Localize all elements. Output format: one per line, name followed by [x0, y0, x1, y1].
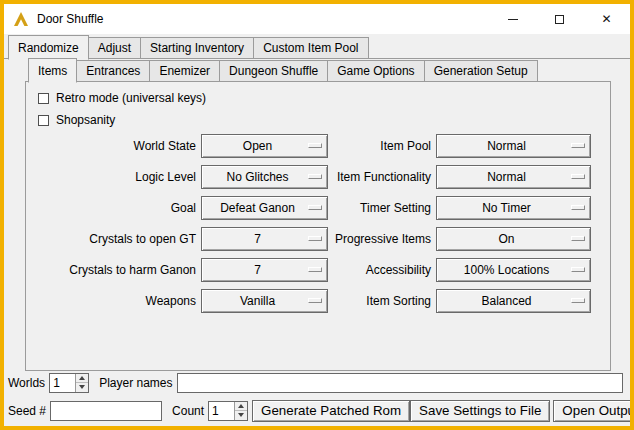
worlds-spin-buttons	[75, 374, 88, 392]
arrow-up-icon	[79, 376, 85, 380]
crystals-open-gt-dropdown[interactable]: 7	[201, 227, 328, 251]
crystals-open-gt-label: Crystals to open GT	[30, 232, 196, 246]
progressive-items-label: Progressive Items	[333, 232, 431, 246]
tab-starting-inventory[interactable]: Starting Inventory	[140, 37, 254, 59]
dropdown-indicator-icon	[571, 205, 585, 210]
timer-setting-value: No Timer	[482, 201, 531, 215]
seed-input[interactable]	[50, 401, 162, 421]
settings-tabbar: Items Entrances Enemizer Dungeon Shuffle…	[25, 61, 611, 82]
minimize-button[interactable]	[489, 4, 536, 34]
retro-mode-label: Retro mode (universal keys)	[56, 91, 206, 105]
count-spinner[interactable]: 1	[208, 401, 248, 421]
dropdown-indicator-icon	[308, 267, 322, 272]
logic-level-label: Logic Level	[30, 170, 196, 184]
dropdown-indicator-icon	[308, 236, 322, 241]
maximize-icon	[555, 15, 564, 24]
tab-items[interactable]: Items	[28, 58, 77, 83]
save-settings-button[interactable]: Save Settings to File	[410, 400, 550, 422]
tab-adjust[interactable]: Adjust	[88, 37, 141, 59]
item-functionality-label: Item Functionality	[333, 170, 431, 184]
timer-setting-dropdown[interactable]: No Timer	[436, 196, 591, 220]
accessibility-value: 100% Locations	[464, 263, 549, 277]
window-title: Door Shuffle	[37, 12, 104, 26]
tab-enemizer[interactable]: Enemizer	[149, 60, 220, 82]
progressive-items-dropdown[interactable]: On	[436, 227, 591, 251]
item-sorting-label: Item Sorting	[333, 294, 431, 308]
item-pool-label: Item Pool	[333, 139, 431, 153]
tab-custom-item-pool[interactable]: Custom Item Pool	[253, 37, 368, 59]
maximize-button[interactable]	[536, 4, 583, 34]
accessibility-dropdown[interactable]: 100% Locations	[436, 258, 591, 282]
item-pool-value: Normal	[487, 139, 526, 153]
goal-value: Defeat Ganon	[220, 201, 295, 215]
dropdown-indicator-icon	[571, 143, 585, 148]
item-sorting-dropdown[interactable]: Balanced	[436, 289, 591, 313]
tab-randomize[interactable]: Randomize	[8, 35, 89, 60]
count-value: 1	[209, 402, 234, 420]
titlebar: Door Shuffle ✕	[4, 4, 630, 34]
weapons-label: Weapons	[30, 294, 196, 308]
count-spin-down-button[interactable]	[235, 411, 247, 420]
arrow-down-icon	[79, 385, 85, 389]
close-icon: ✕	[601, 13, 611, 25]
arrow-up-icon	[238, 404, 244, 408]
retro-mode-row: Retro mode (universal keys)	[38, 89, 610, 107]
dropdown-indicator-icon	[571, 298, 585, 303]
generate-patched-rom-button[interactable]: Generate Patched Rom	[252, 400, 410, 422]
tab-generation-setup[interactable]: Generation Setup	[424, 60, 538, 82]
item-functionality-dropdown[interactable]: Normal	[436, 165, 591, 189]
shopsanity-label: Shopsanity	[56, 113, 115, 127]
weapons-dropdown[interactable]: Vanilla	[201, 289, 328, 313]
world-state-value: Open	[243, 139, 272, 153]
options-grid: World State Open Item Pool Normal Logic …	[30, 134, 610, 313]
shopsanity-checkbox[interactable]	[38, 115, 49, 126]
app-icon	[13, 11, 29, 27]
count-label: Count	[172, 404, 204, 418]
dropdown-indicator-icon	[308, 174, 322, 179]
shopsanity-row: Shopsanity	[38, 111, 610, 129]
worlds-row: Worlds 1 Player names	[8, 372, 623, 393]
item-pool-dropdown[interactable]: Normal	[436, 134, 591, 158]
item-sorting-value: Balanced	[481, 294, 531, 308]
open-output-directory-button[interactable]: Open Output Directory	[553, 400, 634, 422]
player-names-label: Player names	[99, 376, 172, 390]
logic-level-value: No Glitches	[226, 170, 288, 184]
randomize-panel: Items Entrances Enemizer Dungeon Shuffle…	[4, 58, 630, 426]
window-content: Randomize Adjust Starting Inventory Cust…	[4, 34, 630, 426]
goal-dropdown[interactable]: Defeat Ganon	[201, 196, 328, 220]
player-names-input[interactable]	[177, 373, 624, 393]
world-state-dropdown[interactable]: Open	[201, 134, 328, 158]
worlds-spin-down-button[interactable]	[76, 383, 88, 392]
dropdown-indicator-icon	[571, 267, 585, 272]
retro-mode-checkbox[interactable]	[38, 93, 49, 104]
dropdown-indicator-icon	[308, 298, 322, 303]
count-spin-up-button[interactable]	[235, 402, 247, 412]
weapons-value: Vanilla	[240, 294, 275, 308]
seed-row: Seed # Count 1 Generate Patched Rom Save…	[8, 399, 623, 422]
dropdown-indicator-icon	[308, 143, 322, 148]
dropdown-indicator-icon	[571, 174, 585, 179]
main-tabbar: Randomize Adjust Starting Inventory Cust…	[4, 36, 630, 59]
crystals-harm-ganon-value: 7	[254, 263, 261, 277]
dropdown-indicator-icon	[308, 205, 322, 210]
tab-dungeon-shuffle[interactable]: Dungeon Shuffle	[219, 60, 328, 82]
crystals-harm-ganon-dropdown[interactable]: 7	[201, 258, 328, 282]
progressive-items-value: On	[498, 232, 514, 246]
minimize-icon	[508, 19, 518, 20]
arrow-down-icon	[238, 413, 244, 417]
logic-level-dropdown[interactable]: No Glitches	[201, 165, 328, 189]
app-window: Door Shuffle ✕ Randomize Adjust Starting…	[0, 0, 634, 430]
accessibility-label: Accessibility	[333, 263, 431, 277]
tab-game-options[interactable]: Game Options	[327, 60, 424, 82]
worlds-spinner[interactable]: 1	[49, 373, 89, 393]
worlds-value: 1	[50, 374, 75, 392]
count-spin-buttons	[234, 402, 247, 420]
worlds-label: Worlds	[8, 376, 45, 390]
crystals-open-gt-value: 7	[254, 232, 261, 246]
crystals-harm-ganon-label: Crystals to harm Ganon	[30, 263, 196, 277]
dropdown-indicator-icon	[571, 236, 585, 241]
window-controls: ✕	[489, 4, 630, 34]
worlds-spin-up-button[interactable]	[76, 374, 88, 384]
tab-entrances[interactable]: Entrances	[76, 60, 150, 82]
close-button[interactable]: ✕	[583, 4, 630, 34]
